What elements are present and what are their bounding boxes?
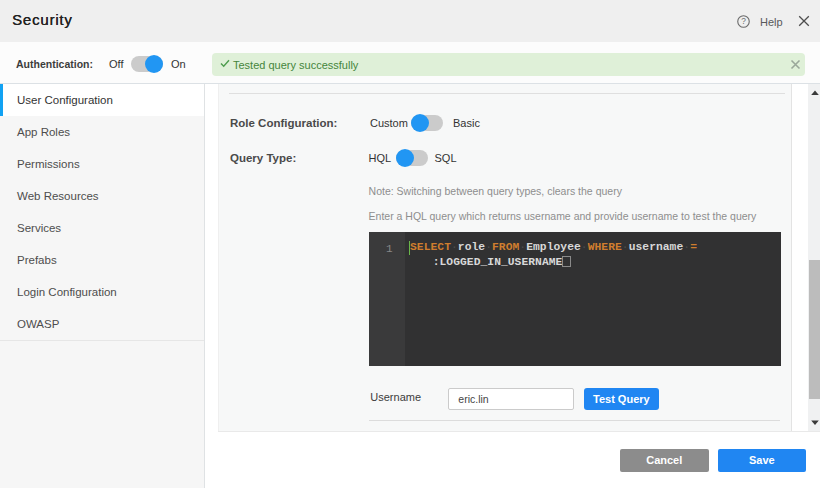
svg-text:?: ? (741, 16, 746, 26)
